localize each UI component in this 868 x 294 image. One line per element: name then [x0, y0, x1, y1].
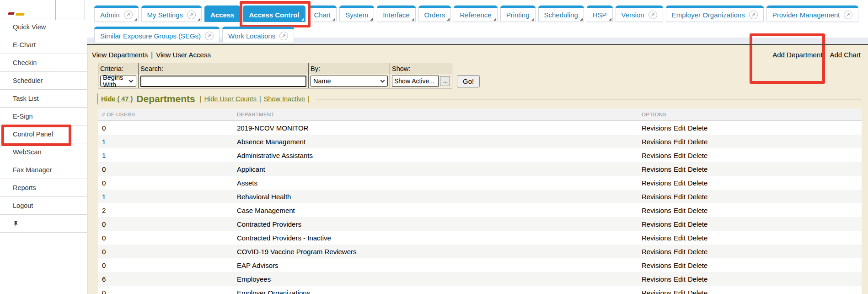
tab[interactable]: Access — [204, 5, 241, 22]
tab[interactable]: Admin — [94, 5, 139, 22]
tab[interactable]: Reference — [454, 5, 497, 22]
revisions-link[interactable]: Revisions — [642, 124, 671, 132]
revisions-link[interactable]: Revisions — [642, 179, 671, 187]
department-column-header[interactable]: DEPARTMENT — [237, 112, 274, 117]
delete-link[interactable]: Delete — [688, 193, 707, 201]
revisions-link[interactable]: Revisions — [642, 193, 671, 201]
tab[interactable]: Orders — [418, 5, 451, 22]
revisions-link[interactable]: Revisions — [642, 138, 671, 146]
tab[interactable]: Work Locations — [222, 27, 294, 43]
sidebar-pin-toggle[interactable] — [0, 215, 87, 233]
delete-link[interactable]: Delete — [688, 124, 707, 132]
edit-link[interactable]: Edit — [674, 193, 686, 201]
delete-link[interactable]: Delete — [688, 234, 707, 242]
dropdown-caret-icon — [493, 18, 496, 21]
revisions-link[interactable]: Revisions — [642, 207, 671, 214]
delete-link[interactable]: Delete — [688, 207, 707, 214]
tab[interactable]: Version — [616, 5, 663, 22]
tab[interactable]: Provider Management — [766, 5, 859, 22]
revisions-link[interactable]: Revisions — [642, 248, 671, 256]
tab[interactable]: Interface — [377, 5, 415, 22]
add-department-link[interactable]: Add Department — [772, 51, 822, 59]
sidebar-item[interactable]: Checkin — [0, 54, 87, 72]
edit-link[interactable]: Edit — [674, 124, 686, 132]
edit-link[interactable]: Edit — [674, 220, 686, 228]
edit-link[interactable]: Edit — [674, 261, 686, 269]
go-button[interactable]: Go! — [457, 75, 480, 87]
by-select[interactable]: Name — [311, 76, 388, 87]
view-departments-link[interactable]: View Departments — [92, 51, 148, 59]
revisions-link[interactable]: Revisions — [642, 234, 671, 242]
edit-link[interactable]: Edit — [674, 152, 686, 159]
edit-link[interactable]: Edit — [674, 248, 686, 256]
add-chart-link[interactable]: Add Chart — [830, 51, 861, 59]
tab[interactable]: HSP — [587, 5, 613, 22]
department-cell: COVID-19 Vaccine Program Reviewers — [233, 248, 638, 256]
sidebar: Quick View E-Chart Checkin Scheduler — [0, 0, 87, 294]
open-new-window-icon[interactable] — [844, 11, 852, 19]
revisions-link[interactable]: Revisions — [642, 275, 671, 283]
delete-link[interactable]: Delete — [688, 261, 707, 269]
delete-link[interactable]: Delete — [688, 248, 707, 256]
sidebar-item[interactable]: Quick View — [0, 18, 87, 36]
open-new-window-icon[interactable] — [205, 32, 214, 40]
view-user-access-link[interactable]: View User Access — [156, 51, 211, 59]
tab[interactable]: Scheduling — [538, 5, 584, 22]
table-row: 0 Contracted Providers Revisions Edit De… — [98, 217, 862, 231]
tab[interactable]: Employer Organizations — [666, 5, 764, 22]
tab[interactable]: Printing — [500, 5, 536, 22]
open-new-window-icon[interactable] — [124, 11, 133, 19]
tab[interactable]: Chart — [308, 5, 337, 22]
hide-user-counts-link[interactable]: Hide User Counts — [204, 95, 256, 103]
sidebar-item[interactable]: WebScan — [0, 143, 87, 161]
tab[interactable]: My Settings — [141, 5, 202, 22]
sidebar-item[interactable]: Fax Manager — [0, 161, 87, 179]
search-input[interactable] — [140, 76, 306, 87]
delete-link[interactable]: Delete — [688, 289, 707, 294]
sidebar-item[interactable]: Logout — [0, 197, 87, 215]
open-new-window-icon[interactable] — [648, 11, 657, 19]
edit-link[interactable]: Edit — [674, 275, 686, 283]
sidebar-item-label: E-Sign — [13, 113, 33, 120]
delete-link[interactable]: Delete — [688, 179, 707, 187]
tab-label: System — [345, 11, 368, 19]
tab[interactable]: Similar Exposure Groups (SEGs) — [94, 27, 220, 43]
show-more-button[interactable]: ... — [440, 76, 450, 86]
sidebar-item[interactable]: Task List — [0, 90, 87, 108]
delete-link[interactable]: Delete — [688, 275, 707, 283]
revisions-link[interactable]: Revisions — [642, 261, 671, 269]
revisions-link[interactable]: Revisions — [642, 165, 671, 173]
sidebar-item[interactable]: Control Panel — [0, 125, 87, 143]
open-new-window-icon[interactable] — [279, 32, 288, 40]
sidebar-item[interactable]: E-Sign — [0, 108, 87, 125]
revisions-link[interactable]: Revisions — [642, 289, 671, 294]
delete-link[interactable]: Delete — [688, 165, 707, 173]
sidebar-item-label: Control Panel — [13, 131, 53, 138]
edit-link[interactable]: Edit — [674, 234, 686, 242]
criteria-select[interactable]: Begins With — [100, 76, 136, 87]
delete-link[interactable]: Delete — [688, 138, 707, 146]
header-vertical-divider — [55, 0, 56, 20]
tab[interactable]: System — [339, 5, 374, 22]
show-inactive-link[interactable]: Show Inactive — [264, 95, 305, 103]
open-new-window-icon[interactable] — [187, 11, 196, 19]
delete-link[interactable]: Delete — [688, 152, 707, 159]
show-active-picker[interactable]: Show Active... — [392, 76, 439, 87]
revisions-link[interactable]: Revisions — [642, 220, 671, 228]
revisions-link[interactable]: Revisions — [642, 152, 671, 159]
sidebar-item[interactable]: Scheduler — [0, 72, 87, 90]
edit-link[interactable]: Edit — [674, 207, 686, 214]
delete-link[interactable]: Delete — [688, 220, 707, 228]
table-row: 2 Case Management Revisions Edit Delete — [98, 203, 862, 217]
edit-link[interactable]: Edit — [674, 165, 686, 173]
user-count-cell: 0 — [98, 289, 233, 294]
hide-count-link[interactable]: Hide ( 47 ) — [101, 95, 133, 103]
edit-link[interactable]: Edit — [674, 289, 686, 294]
tab[interactable]: Access Control — [243, 5, 305, 22]
tab-label: Employer Organizations — [672, 11, 745, 19]
open-new-window-icon[interactable] — [749, 11, 758, 19]
edit-link[interactable]: Edit — [674, 138, 686, 146]
edit-link[interactable]: Edit — [674, 179, 686, 187]
sidebar-item[interactable]: E-Chart — [0, 36, 87, 54]
sidebar-item[interactable]: Reports — [0, 179, 87, 197]
